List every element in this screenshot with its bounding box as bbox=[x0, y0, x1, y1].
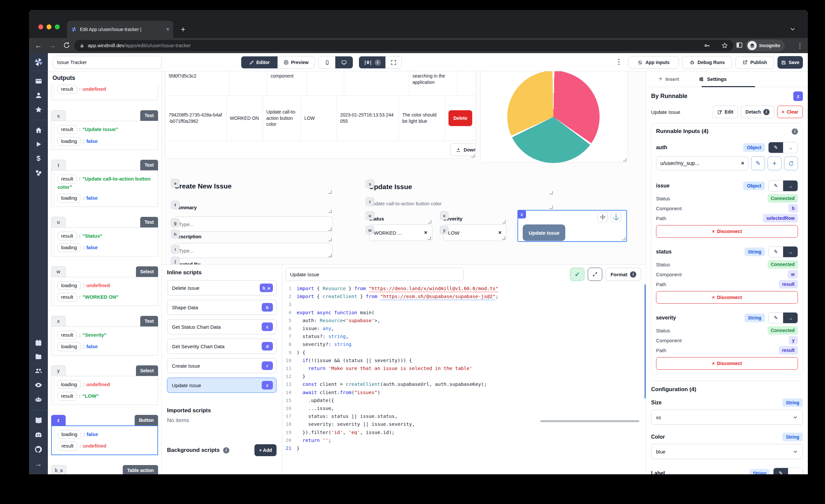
update-issue-button[interactable]: Update Issue bbox=[523, 224, 565, 241]
sidebar-item-favorites-star[interactable] bbox=[34, 105, 43, 114]
output-card-b_a[interactable]: b_aTable action loading:false result:und… bbox=[51, 465, 158, 475]
fullscreen-button[interactable] bbox=[385, 57, 401, 68]
update-issue-title-block[interactable]: Update Issue bbox=[369, 183, 554, 195]
connect-mode-arrow-icon[interactable]: → bbox=[783, 246, 798, 257]
schema-explorer-button[interactable]: |0| i bbox=[359, 57, 385, 68]
browser-tab[interactable]: Edit App u/user/issue-tracker | × bbox=[67, 21, 173, 38]
github-icon[interactable] bbox=[34, 445, 43, 453]
status-pie-chart-card[interactable] bbox=[480, 71, 628, 163]
connect-mode-arrow-icon[interactable]: → bbox=[783, 181, 798, 191]
script-item-create-issue[interactable]: Create Issuer bbox=[167, 358, 277, 373]
save-button[interactable]: Save bbox=[777, 56, 803, 69]
discord-icon[interactable] bbox=[34, 431, 43, 439]
sidebar-item-groups[interactable] bbox=[34, 367, 43, 375]
issues-table[interactable]: 5fd0f7d5c3c2 component searching in the … bbox=[165, 71, 476, 159]
more-options-icon[interactable]: ⋮ bbox=[615, 58, 622, 66]
disconnect-button[interactable]: ×Disconnect bbox=[656, 225, 798, 238]
output-card-w[interactable]: wSelect loading:undefined result:"WORKED… bbox=[51, 266, 158, 306]
delete-row-button[interactable]: Delete bbox=[448, 110, 472, 126]
code-editor[interactable]: 1import { Resource } from "https://deno.… bbox=[282, 285, 641, 474]
sidebar-item-variables[interactable]: $ bbox=[36, 154, 40, 163]
severity-select[interactable]: LOW × bbox=[443, 224, 507, 241]
script-name-input[interactable] bbox=[286, 268, 464, 281]
add-background-script-button[interactable]: + Add bbox=[254, 444, 277, 456]
sidebar-item-user[interactable] bbox=[34, 91, 43, 99]
static-mode-pencil-icon[interactable]: ✎ bbox=[768, 312, 783, 323]
expand-editor-button[interactable] bbox=[588, 268, 602, 281]
bookmark-star-icon[interactable] bbox=[722, 42, 728, 49]
output-card-x[interactable]: xText result:"Severity" loading:false bbox=[51, 316, 158, 355]
script-item-shape-data[interactable]: Shape Datab bbox=[167, 300, 277, 315]
description-input-block[interactable] bbox=[174, 243, 332, 258]
move-handle-icon[interactable] bbox=[598, 212, 608, 222]
created-by-label-block[interactable]: Created By bbox=[174, 262, 332, 264]
script-item-delete-issue[interactable]: Delete Issueb_a bbox=[167, 280, 277, 295]
connect-mode-arrow-icon[interactable]: → bbox=[783, 142, 798, 153]
disconnect-button[interactable]: ×Disconnect bbox=[656, 357, 798, 370]
update-issue-subtitle-block[interactable]: Update call-to-action button color bbox=[369, 201, 554, 210]
static-mode-pencil-icon[interactable]: ✎ bbox=[768, 181, 783, 191]
refresh-resource-icon[interactable] bbox=[784, 156, 798, 170]
clear-button[interactable]: × Clear bbox=[777, 105, 803, 118]
connect-mode-arrow-icon[interactable]: → bbox=[783, 312, 798, 323]
settings-tab[interactable]: Settings bbox=[698, 76, 727, 82]
app-name-input[interactable] bbox=[53, 56, 162, 69]
auth-resource-field[interactable]: u/user/my_sup... × bbox=[656, 156, 748, 170]
editor-tab[interactable]: Editor bbox=[241, 57, 278, 68]
script-item-update-issue-selected[interactable]: Update Issuez bbox=[167, 378, 277, 393]
clear-resource-icon[interactable]: × bbox=[741, 160, 744, 166]
new-tab-icon[interactable]: + bbox=[181, 26, 185, 33]
editor-horizontal-scrollbar[interactable] bbox=[540, 420, 639, 422]
mobile-view-button[interactable] bbox=[319, 57, 335, 68]
update-issue-button-component[interactable]: z ⚓ Update Issue bbox=[517, 210, 627, 242]
traffic-light-close[interactable] bbox=[38, 24, 43, 29]
description-label-block[interactable]: Description bbox=[174, 234, 332, 242]
traffic-light-minimize[interactable] bbox=[47, 24, 52, 29]
color-select[interactable]: blue bbox=[651, 444, 803, 459]
sidebar-item-runs[interactable] bbox=[35, 141, 42, 148]
insert-tab[interactable]: + Insert bbox=[659, 75, 679, 83]
table-row-selected[interactable]: 794208f5-2735-428a-b4af-b071ff0a2962 WOR… bbox=[165, 96, 475, 141]
output-card-z-selected[interactable]: zButton loading:false result:undefined bbox=[51, 415, 158, 455]
reload-icon[interactable] bbox=[63, 42, 70, 49]
output-card-y[interactable]: ySelect loading:undefined result:"LOW" bbox=[51, 365, 158, 405]
output-card-partial[interactable]: result:undefined bbox=[51, 84, 158, 100]
desktop-view-button[interactable] bbox=[335, 57, 353, 68]
sidebar-item-audit-eye[interactable] bbox=[34, 381, 43, 389]
edit-resource-pencil-icon[interactable]: ✎ bbox=[751, 156, 765, 170]
clear-select-icon[interactable]: × bbox=[498, 229, 502, 236]
output-card-u[interactable]: uText result:"Status" loading:false bbox=[51, 217, 158, 257]
forward-icon[interactable]: → bbox=[49, 42, 56, 50]
summary-input-block[interactable] bbox=[174, 217, 332, 232]
sidebar-item-folders[interactable] bbox=[34, 353, 42, 360]
traffic-light-zoom[interactable] bbox=[55, 24, 60, 29]
anchor-icon[interactable]: ⚓ bbox=[611, 212, 621, 222]
script-item-get-status-chart-data[interactable]: Get Status Chart Datac bbox=[167, 319, 277, 334]
add-resource-icon[interactable]: + bbox=[768, 156, 781, 170]
sidebar-item-schedules[interactable] bbox=[34, 339, 42, 347]
side-panel-icon[interactable] bbox=[736, 42, 743, 49]
preview-tab[interactable]: Preview bbox=[278, 57, 314, 68]
sidebar-item-apps[interactable] bbox=[34, 77, 43, 85]
description-input[interactable] bbox=[174, 243, 332, 258]
url-field[interactable]: app.windmill.dev/apps/edit/u/user/issue-… bbox=[74, 40, 733, 51]
format-button[interactable]: Format i bbox=[606, 268, 641, 281]
clear-select-icon[interactable]: × bbox=[424, 229, 427, 236]
static-mode-pencil-icon[interactable]: ✎ bbox=[768, 142, 783, 153]
create-issue-title-block[interactable]: Create New Issue bbox=[174, 182, 332, 195]
status-select[interactable]: WORKED ... × bbox=[369, 224, 432, 241]
severity-label-block[interactable]: Severity bbox=[443, 216, 507, 224]
size-select[interactable]: xs bbox=[651, 410, 803, 425]
output-card-s[interactable]: sText result:"Update Issue" loading:fals… bbox=[51, 110, 158, 150]
tab-close-icon[interactable]: × bbox=[166, 26, 169, 32]
summary-input[interactable] bbox=[174, 217, 332, 232]
download-button[interactable]: Download bbox=[450, 144, 476, 156]
edit-runnable-button[interactable]: Edit bbox=[713, 105, 738, 118]
script-item-get-severity-chart-data[interactable]: Get Severity Chart Datad bbox=[167, 339, 277, 354]
browser-menu-icon[interactable]: ⋮ bbox=[797, 42, 803, 50]
sidebar-item-resources[interactable] bbox=[34, 169, 43, 177]
sidebar-item-workers-robot[interactable] bbox=[34, 395, 43, 404]
disconnect-button[interactable]: ×Disconnect bbox=[656, 291, 798, 304]
output-card-t[interactable]: tText result:"Update call-to-action butt… bbox=[51, 160, 158, 207]
docs-book-icon[interactable] bbox=[34, 417, 43, 424]
